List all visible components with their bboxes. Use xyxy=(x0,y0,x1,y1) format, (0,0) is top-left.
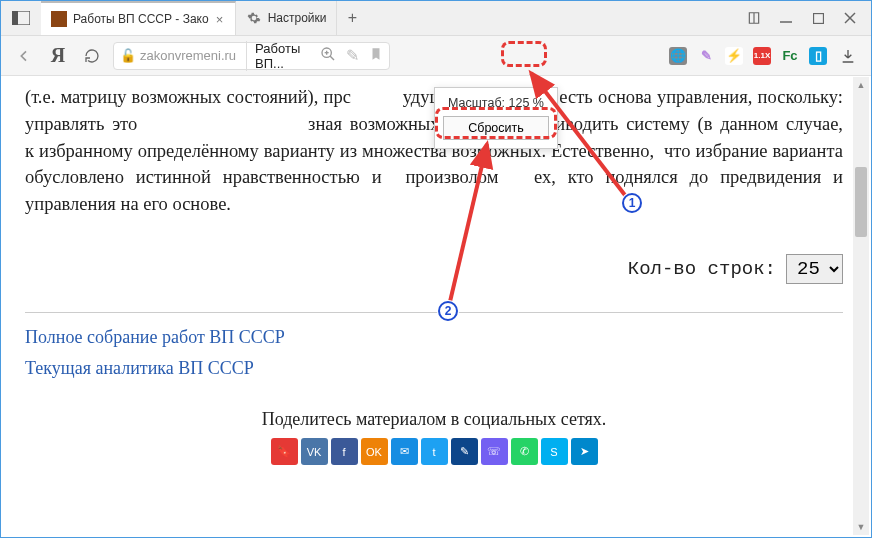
share-telegram-button[interactable]: ➤ xyxy=(571,438,598,465)
separator xyxy=(25,312,843,313)
share-facebook-button[interactable]: f xyxy=(331,438,358,465)
zoom-level-label: Масштаб: 125 % xyxy=(443,96,549,110)
tab-title: Настройки xyxy=(268,11,327,25)
new-tab-button[interactable]: + xyxy=(337,1,367,35)
vertical-scrollbar[interactable]: ▲ ▼ xyxy=(853,77,869,535)
window-controls xyxy=(733,1,871,35)
toolbar: Я 🔓 zakonvremeni.ru Работы ВП... ✎ 🌐✎⚡1.… xyxy=(1,36,871,76)
scroll-thumb[interactable] xyxy=(855,167,867,237)
share-skype-button[interactable]: S xyxy=(541,438,568,465)
sidebar-toggle-button[interactable] xyxy=(1,1,41,35)
share-ok-button[interactable]: OK xyxy=(361,438,388,465)
address-bar[interactable]: 🔓 zakonvremeni.ru Работы ВП... ✎ xyxy=(113,42,390,70)
ext-bolt-icon[interactable]: ⚡ xyxy=(725,47,743,65)
extension-icons: 🌐✎⚡1.1XFc▯ xyxy=(669,47,827,65)
share-lj-button[interactable]: ✎ xyxy=(451,438,478,465)
tab-1[interactable]: Работы ВП СССР - Зако × xyxy=(41,1,236,35)
downloads-button[interactable] xyxy=(835,43,861,69)
bookmark-icon[interactable] xyxy=(369,47,383,65)
tab-2[interactable]: Настройки xyxy=(236,1,338,35)
maximize-button[interactable] xyxy=(811,11,825,25)
svg-rect-1 xyxy=(12,11,18,25)
row-count-label: Кол-во строк: xyxy=(628,258,776,280)
scroll-down-icon[interactable]: ▼ xyxy=(853,519,869,535)
ext-stats-icon[interactable]: 1.1X xyxy=(753,47,771,65)
zoom-reset-button[interactable]: Сбросить xyxy=(443,116,549,140)
reload-button[interactable] xyxy=(79,43,105,69)
titlebar: Работы ВП СССР - Зако × Настройки + xyxy=(1,1,871,36)
svg-rect-3 xyxy=(813,13,823,23)
close-window-button[interactable] xyxy=(843,11,857,25)
scroll-up-icon[interactable]: ▲ xyxy=(853,77,869,93)
share-icons: 🔖VKfOK✉t✎☏✆S➤ xyxy=(25,438,843,465)
tab-title: Работы ВП СССР - Зако xyxy=(73,12,209,26)
minimize-button[interactable] xyxy=(779,11,793,25)
ext-globe-icon[interactable]: 🌐 xyxy=(669,47,687,65)
url-domain: zakonvremeni.ru xyxy=(140,48,236,63)
share-moimir-button[interactable]: ✉ xyxy=(391,438,418,465)
row-count-control: Кол-во строк: 25 xyxy=(25,254,843,284)
favicon-icon xyxy=(51,11,67,27)
ext-feather-icon[interactable]: ✎ xyxy=(697,47,715,65)
share-viber-button[interactable]: ☏ xyxy=(481,438,508,465)
lock-icon: 🔓 xyxy=(120,48,136,63)
share-twitter-button[interactable]: t xyxy=(421,438,448,465)
bookmarks-sidebar-icon[interactable] xyxy=(747,11,761,25)
svg-line-7 xyxy=(330,56,334,60)
zoom-icon[interactable] xyxy=(320,46,336,66)
share-label: Поделитесь материалом в социальных сетях… xyxy=(25,409,843,430)
row-count-select[interactable]: 25 xyxy=(786,254,843,284)
zoom-popup: Масштаб: 125 % Сбросить xyxy=(434,87,558,149)
back-button[interactable] xyxy=(11,43,37,69)
link-full-collection[interactable]: Полное собрание работ ВП СССР xyxy=(25,327,843,348)
reader-icon[interactable]: ✎ xyxy=(346,46,359,65)
close-icon[interactable]: × xyxy=(215,14,225,24)
ext-box-icon[interactable]: ▯ xyxy=(809,47,827,65)
yandex-logo[interactable]: Я xyxy=(45,43,71,69)
link-current-analytics[interactable]: Текущая аналитика ВП СССР xyxy=(25,358,843,379)
share-bookmark-button[interactable]: 🔖 xyxy=(271,438,298,465)
url-title: Работы ВП... xyxy=(246,41,316,71)
tab-strip: Работы ВП СССР - Зако × Настройки + xyxy=(41,1,733,35)
ext-fc-icon[interactable]: Fc xyxy=(781,47,799,65)
share-vk-button[interactable]: VK xyxy=(301,438,328,465)
gear-icon xyxy=(246,10,262,26)
share-whatsapp-button[interactable]: ✆ xyxy=(511,438,538,465)
